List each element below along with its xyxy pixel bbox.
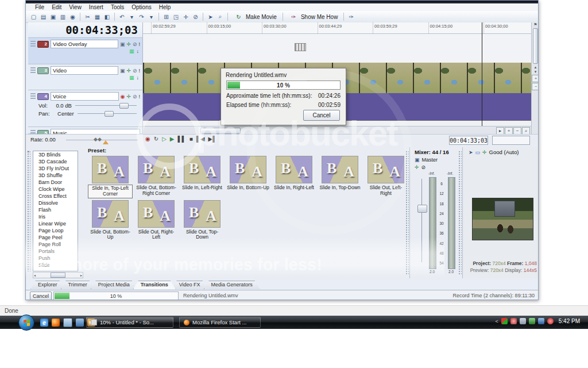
track-header-voice[interactable]: 4 Voice ◉ ✛ ⊘ ! Vol: 0.0 dB Pan: <box>28 90 142 127</box>
preset-tile[interactable]: B A Slide In, Top-Left Corner <box>88 155 133 198</box>
publish-icon[interactable]: ◉ <box>68 13 77 21</box>
zoom-in-icon[interactable]: + <box>505 127 513 134</box>
playhead-cursor[interactable] <box>482 22 482 126</box>
solo-icon[interactable]: ! <box>138 41 140 47</box>
interactive-tutorial-icon[interactable]: ✑ <box>347 13 355 21</box>
track-grip-icon[interactable] <box>30 130 36 135</box>
tray-update-icon[interactable] <box>510 318 517 324</box>
undo-icon[interactable]: ↶ <box>118 13 126 21</box>
overlays-icon[interactable]: ✛ <box>482 150 487 155</box>
transitions-list[interactable]: 3D Blinds3D Cascade3D Fly In/Out3D Shuff… <box>33 151 78 271</box>
transition-list-item[interactable]: Portals <box>33 248 78 255</box>
show-me-how-button[interactable]: ✑ Show Me How <box>285 12 341 22</box>
track-name-field[interactable]: Video Overlay <box>51 40 118 48</box>
play-button[interactable]: ▶ <box>170 136 175 142</box>
track-header-video-overlay[interactable]: 2 Video Overlay ▣ ✛ ⊘ ! ▦ ↓ <box>28 38 142 64</box>
new-project-icon[interactable]: ▢ <box>29 13 38 21</box>
compositing-mode-icon[interactable]: ▣ <box>120 68 125 74</box>
mute-icon[interactable]: ⊘ <box>421 164 426 170</box>
normal-edit-icon[interactable]: ➤ <box>206 13 215 21</box>
preset-tile[interactable]: B A Slide Out, Bottom-Up <box>88 199 133 241</box>
transition-list-item[interactable]: Page Roll <box>33 241 78 248</box>
dock-tab[interactable]: Video FX <box>172 281 208 289</box>
tray-chevron-icon[interactable]: < <box>495 319 498 324</box>
panel-grip[interactable] <box>458 151 462 274</box>
scrollbar-thumb[interactable] <box>51 273 65 278</box>
vzoom-out-icon[interactable]: − <box>532 83 539 90</box>
master-bus-icon[interactable]: ▣ <box>415 157 420 163</box>
volume-value[interactable]: 0.0 dB <box>51 102 72 109</box>
video-overlay-track-lane[interactable] <box>143 34 531 63</box>
dock-tab[interactable]: Project Media <box>91 281 137 289</box>
pan-slider-handle[interactable] <box>105 111 114 117</box>
timeline-vertical-scrollbar[interactable]: ⚑ ▴ ▾ + − <box>531 22 539 134</box>
envelope-icon[interactable]: ✛ <box>181 13 190 21</box>
preset-tile[interactable]: B A Slide Out, Left-Right <box>363 155 408 198</box>
status-cancel-button[interactable]: Cancel <box>30 292 52 300</box>
external-monitor-icon[interactable]: ▭ <box>475 150 481 155</box>
track-motion-icon[interactable]: ✛ <box>126 41 131 47</box>
make-composited-child-icon[interactable]: ↓ <box>137 48 140 54</box>
show-desktop-icon[interactable] <box>63 318 72 327</box>
transition-list-item[interactable]: 3D Fly In/Out <box>33 165 78 172</box>
transition-list-item[interactable]: 3D Blinds <box>33 151 78 158</box>
arm-record-icon[interactable]: ◉ <box>121 94 125 99</box>
scroll-right-icon[interactable]: ▸ <box>80 273 82 277</box>
time-ruler[interactable]: 00:02:59;2900:03:15;0000:03:30;0000:03:4… <box>143 22 531 34</box>
scrollbar-thumb[interactable] <box>533 28 538 64</box>
vzoom-in-icon[interactable]: + <box>532 75 539 82</box>
volume-slider-handle[interactable] <box>119 103 129 109</box>
volume-slider[interactable] <box>75 105 137 106</box>
track-grip-icon[interactable] <box>30 93 36 100</box>
menu-item[interactable]: Insert <box>86 4 107 10</box>
loop-playback-button[interactable]: ↻ <box>154 136 158 142</box>
overlay-clip-icon[interactable] <box>295 43 306 51</box>
track-fx-icon[interactable]: ▦ <box>129 75 134 80</box>
tray-security-icon[interactable] <box>529 318 535 324</box>
snap-icon[interactable]: ⊞ <box>162 13 171 21</box>
preset-tile[interactable]: B A Slide In, Top-Down <box>318 155 362 198</box>
master-fader-handle[interactable] <box>417 205 427 213</box>
make-movie-button[interactable]: ↻ Make Movie <box>230 12 280 22</box>
start-button[interactable] <box>18 315 34 331</box>
transport-timecode-field[interactable]: 00:04:33;03 <box>449 136 488 145</box>
solo-icon[interactable]: ! <box>138 68 140 74</box>
save-icon[interactable]: ▣ <box>49 13 57 21</box>
track-header-video[interactable]: 3 Video ▣ ✛ ⊘ ! ▦ ↓ <box>28 64 142 90</box>
taskbar-button-vegas[interactable]: 10% - Untitled * - So... <box>86 317 173 328</box>
close-panel-icon[interactable]: × <box>27 150 30 154</box>
cursor-timecode-display[interactable]: 00:04:33;03 <box>28 22 142 38</box>
transition-list-item[interactable]: Dissolve <box>33 200 78 206</box>
menu-item[interactable]: Edit <box>48 4 65 10</box>
pan-slider[interactable] <box>78 113 137 114</box>
track-name-field[interactable]: Voice <box>51 92 119 101</box>
scroll-left-icon[interactable]: ◂ <box>34 273 36 277</box>
dialog-cancel-button[interactable]: Cancel <box>303 110 340 121</box>
menu-item[interactable]: View <box>65 4 85 10</box>
zoom-tool-icon[interactable]: ⌕ <box>522 127 530 134</box>
preset-tile[interactable]: B A Slide In, Right-Left <box>272 155 316 198</box>
preset-tile[interactable]: B A Slide Out, Bottom-Right Corner <box>134 155 179 198</box>
scroll-right-icon[interactable]: ▸ <box>496 127 504 134</box>
insert-fx-icon[interactable]: ✛ <box>126 94 131 99</box>
transport-duration-field[interactable] <box>492 136 530 145</box>
preset-tile[interactable]: B A Slide In, Bottom-Up <box>226 155 270 198</box>
paste-icon[interactable]: ◧ <box>103 13 111 21</box>
mute-icon[interactable]: ⊘ <box>133 94 137 99</box>
menu-item[interactable]: File <box>32 4 48 10</box>
undo-dropdown-icon[interactable]: ▾ <box>127 13 136 21</box>
copy-icon[interactable]: ▦ <box>93 13 102 21</box>
transition-list-item[interactable]: Slide <box>33 262 78 269</box>
preview-options-icon[interactable]: ➤ <box>469 150 473 155</box>
firefox-icon[interactable] <box>52 319 60 327</box>
transition-list-item[interactable]: Flash <box>33 206 78 213</box>
cut-icon[interactable]: ✂ <box>83 13 92 21</box>
preview-quality-selector[interactable]: Good (Auto) <box>489 149 519 155</box>
tray-app-icon[interactable] <box>501 318 508 324</box>
panel-grip[interactable] <box>405 151 409 274</box>
track-motion-icon[interactable]: ✛ <box>126 68 131 74</box>
zoom-out-icon[interactable]: − <box>513 127 521 134</box>
panel-grip[interactable] <box>27 151 30 271</box>
compositing-mode-icon[interactable]: ▣ <box>120 41 125 47</box>
tray-network-icon[interactable] <box>538 318 544 324</box>
